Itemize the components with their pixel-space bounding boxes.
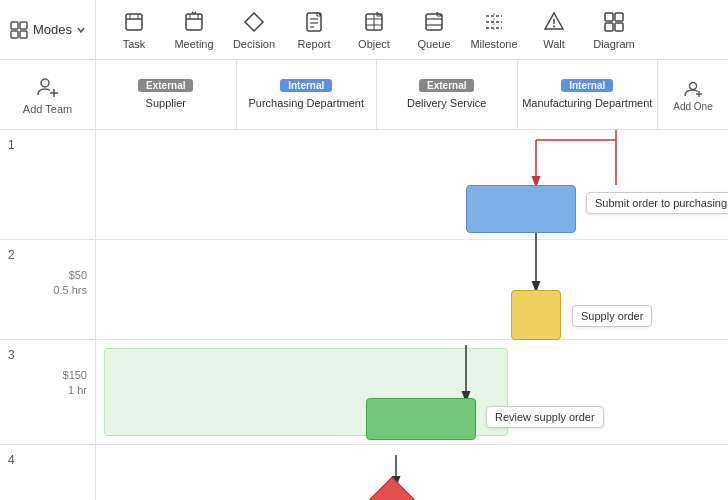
toolbar-tools: Task Meeting bbox=[96, 0, 728, 60]
team-purchasing: Internal Purchasing Department bbox=[237, 60, 378, 129]
svg-rect-2 bbox=[11, 31, 18, 38]
tool-diagram-label: Diagram bbox=[593, 38, 635, 50]
row-3-num: 3 bbox=[8, 348, 15, 362]
add-one-button[interactable]: Add One bbox=[658, 60, 728, 129]
row-2-num: 2 bbox=[8, 248, 15, 262]
row-1-gutter: 1 bbox=[0, 130, 95, 240]
tool-task[interactable]: Task bbox=[104, 0, 164, 60]
review-supply-label: Review supply order bbox=[486, 406, 604, 428]
walt-icon bbox=[542, 10, 566, 34]
team-headers: External Supplier Internal Purchasing De… bbox=[96, 60, 728, 130]
svg-rect-4 bbox=[126, 14, 142, 30]
diagram-rows: Submit order to purchasing dept. Supply … bbox=[96, 130, 728, 500]
toolbar: Modes Task bbox=[0, 0, 728, 60]
purchasing-name: Purchasing Department bbox=[248, 96, 364, 110]
row-3-gutter: 3 $1501 hr bbox=[0, 340, 95, 445]
svg-point-24 bbox=[553, 25, 555, 27]
submit-order-shape[interactable] bbox=[466, 185, 576, 233]
row-2-gutter: 2 $500.5 hrs bbox=[0, 240, 95, 340]
modes-label: Modes bbox=[33, 22, 72, 37]
add-team-button[interactable]: Add Team bbox=[0, 60, 95, 129]
svg-rect-1 bbox=[20, 22, 27, 29]
supply-order-label: Supply order bbox=[572, 305, 652, 327]
delivery-name: Delivery Service bbox=[407, 96, 486, 110]
decision-diamond-shape[interactable] bbox=[372, 485, 412, 500]
row-4-num: 4 bbox=[8, 453, 15, 467]
main-area: Add Team 1 2 $500.5 hrs 3 $1501 hr 4 bbox=[0, 60, 728, 500]
diagram-icon bbox=[602, 10, 626, 34]
object-icon bbox=[362, 10, 386, 34]
tool-milestone[interactable]: Milestone bbox=[464, 0, 524, 60]
svg-rect-28 bbox=[615, 23, 623, 31]
tool-walt[interactable]: Walt bbox=[524, 0, 584, 60]
tool-decision-label: Decision bbox=[233, 38, 275, 50]
tool-report-label: Report bbox=[297, 38, 330, 50]
app-container: Modes Task bbox=[0, 0, 728, 500]
diagram-row-1 bbox=[96, 130, 728, 240]
row-2-cost: $500.5 hrs bbox=[8, 268, 87, 299]
svg-rect-0 bbox=[11, 22, 18, 29]
tool-milestone-label: Milestone bbox=[470, 38, 517, 50]
tool-queue[interactable]: Queue bbox=[404, 0, 464, 60]
svg-rect-3 bbox=[20, 31, 27, 38]
tool-diagram[interactable]: Diagram bbox=[584, 0, 644, 60]
add-team-label: Add Team bbox=[23, 103, 72, 115]
tool-object[interactable]: Object bbox=[344, 0, 404, 60]
purchasing-badge: Internal bbox=[280, 79, 332, 92]
delivery-badge: External bbox=[419, 79, 474, 92]
add-one-label: Add One bbox=[673, 101, 712, 112]
svg-rect-25 bbox=[605, 13, 613, 21]
svg-point-32 bbox=[690, 82, 697, 89]
manufacturing-badge: Internal bbox=[561, 79, 613, 92]
milestone-icon bbox=[482, 10, 506, 34]
team-supplier: External Supplier bbox=[96, 60, 237, 129]
row-gutter: Add Team 1 2 $500.5 hrs 3 $1501 hr 4 bbox=[0, 60, 96, 500]
team-delivery: External Delivery Service bbox=[377, 60, 518, 129]
supplier-badge: External bbox=[138, 79, 193, 92]
decision-icon bbox=[242, 10, 266, 34]
tool-object-label: Object bbox=[358, 38, 390, 50]
diagram-row-4 bbox=[96, 445, 728, 500]
diagram-canvas: External Supplier Internal Purchasing De… bbox=[96, 60, 728, 500]
tool-walt-label: Walt bbox=[543, 38, 565, 50]
meeting-icon bbox=[182, 10, 206, 34]
tool-report[interactable]: Report bbox=[284, 0, 344, 60]
tool-meeting[interactable]: Meeting bbox=[164, 0, 224, 60]
review-supply-shape[interactable] bbox=[366, 398, 476, 440]
tool-queue-label: Queue bbox=[417, 38, 450, 50]
manufacturing-name: Manufacturing Department bbox=[522, 96, 652, 110]
row-3-cost: $1501 hr bbox=[8, 368, 87, 399]
team-manufacturing: Internal Manufacturing Department bbox=[518, 60, 659, 129]
task-icon bbox=[122, 10, 146, 34]
svg-rect-8 bbox=[186, 14, 202, 30]
tool-meeting-label: Meeting bbox=[174, 38, 213, 50]
submit-order-label: Submit order to purchasing dept. bbox=[586, 192, 728, 214]
report-icon bbox=[302, 10, 326, 34]
row-1-num: 1 bbox=[8, 138, 15, 152]
gutter-header-spacer: Add Team bbox=[0, 60, 95, 130]
supplier-name: Supplier bbox=[146, 96, 186, 110]
svg-rect-26 bbox=[615, 13, 623, 21]
modes-button[interactable]: Modes bbox=[0, 0, 96, 60]
supply-order-shape[interactable] bbox=[511, 290, 561, 340]
svg-point-29 bbox=[41, 79, 49, 87]
row-4-gutter: 4 bbox=[0, 445, 95, 500]
tool-decision[interactable]: Decision bbox=[224, 0, 284, 60]
queue-icon bbox=[422, 10, 446, 34]
tool-task-label: Task bbox=[123, 38, 146, 50]
svg-rect-27 bbox=[605, 23, 613, 31]
